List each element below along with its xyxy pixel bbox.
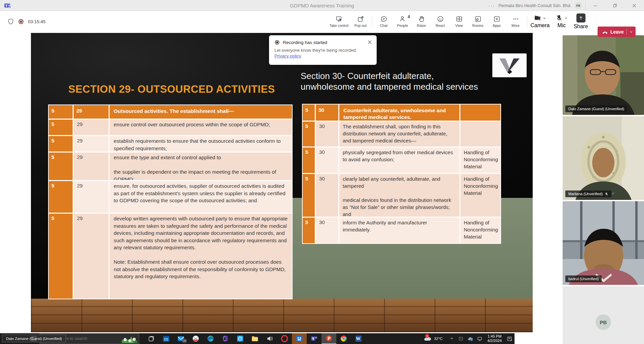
notification-title: Recording has started xyxy=(283,40,327,45)
slide-section29-title: SECTION 29- OUTSOURCED ACTIVITIES xyxy=(68,83,275,95)
meeting-toolbar: 03:15:45 Take control Pop out Chat 4 Peo… xyxy=(0,11,644,32)
taskbar-icon-opera[interactable] xyxy=(277,333,292,344)
more-button[interactable]: More xyxy=(506,11,525,32)
word-icon xyxy=(355,335,362,342)
action-center-icon[interactable] xyxy=(505,333,515,344)
taskbar-icon-chrome[interactable] xyxy=(336,333,351,344)
table-header-cell: 5 xyxy=(303,104,315,121)
taskbar-icon-office[interactable] xyxy=(218,333,233,344)
people-button[interactable]: 4 People xyxy=(393,11,412,32)
table-cell: 5 xyxy=(49,153,73,180)
participant-name-label: badrul (Unverified) xyxy=(565,275,602,282)
take-control-button[interactable]: Take control xyxy=(327,11,351,32)
sticker-scissors-icon xyxy=(192,335,199,342)
participant-tile-dato-zamane[interactable]: Dato Zamane (Guest) (Unverified) xyxy=(563,35,644,115)
table-header-cell xyxy=(460,104,500,121)
slide-wood-floor xyxy=(31,299,533,332)
weather-tray-icon[interactable]: 1 xyxy=(422,333,434,344)
view-grid-icon xyxy=(456,15,463,23)
tray-onedrive-icon[interactable]: i xyxy=(465,333,475,344)
table-cell: establish requirements to ensure that th… xyxy=(110,136,292,152)
taskbar-icon-meeting-app-active[interactable] xyxy=(292,333,307,344)
edge-browser-icon xyxy=(207,335,214,342)
v-logo-icon xyxy=(497,57,522,74)
recording-indicator-icon xyxy=(18,19,24,25)
table-header-cell: 30 xyxy=(316,104,338,121)
share-button[interactable]: Share xyxy=(572,11,589,32)
taskbar-icon-powerpoint-active[interactable] xyxy=(321,333,336,344)
camera-button[interactable]: Camera xyxy=(529,11,551,32)
taskbar-icon-bluestacks[interactable] xyxy=(233,333,248,344)
close-button[interactable] xyxy=(624,0,644,11)
mail-count-badge: 30 xyxy=(182,339,187,343)
table-cell: 30 xyxy=(316,147,338,173)
table-cell: Handling of Nonconforming Material xyxy=(460,174,500,217)
taskbar-icon-word[interactable] xyxy=(351,333,366,344)
taskbar-icon-audio[interactable] xyxy=(262,333,277,344)
temperature-label[interactable]: 32°C xyxy=(434,337,447,341)
calendar-icon xyxy=(162,335,170,342)
participant-video xyxy=(563,116,644,200)
apps-button[interactable]: Apps xyxy=(487,11,506,32)
account-avatar[interactable]: PB xyxy=(575,2,582,9)
participant-tile-pb[interactable]: PB xyxy=(563,286,644,344)
view-button[interactable]: View xyxy=(450,11,468,32)
table-cell: 5 xyxy=(303,218,315,243)
camera-dropdown-chevron-icon[interactable] xyxy=(542,16,546,20)
table-cell: 5 xyxy=(303,174,315,217)
table-cell xyxy=(460,122,500,146)
table-cell: 29 xyxy=(74,153,109,180)
rooms-button[interactable]: Rooms xyxy=(468,11,487,32)
table-cell: 29 xyxy=(74,136,109,152)
notification-close-button[interactable] xyxy=(367,39,373,45)
table-cell: ensure control over outsourced process w… xyxy=(110,120,292,135)
mic-muted-icon xyxy=(605,192,608,196)
restore-button[interactable] xyxy=(605,0,624,11)
privacy-policy-link[interactable]: Privacy policy xyxy=(274,53,301,58)
teams-app-icon xyxy=(310,335,318,342)
taskbar-icon-calendar[interactable] xyxy=(159,333,174,344)
react-button[interactable]: React xyxy=(431,11,450,32)
leave-button[interactable]: Leave xyxy=(598,27,636,37)
table-cell: ensure, for outsourced activities, suppl… xyxy=(110,181,292,213)
titlebar-overflow-menu[interactable]: ··· xyxy=(485,3,498,8)
participant-video xyxy=(563,201,644,285)
table-cell: 30 xyxy=(316,174,338,217)
participant-tile-badrul[interactable]: badrul (Unverified) xyxy=(563,201,644,285)
toolbar-divider xyxy=(372,16,372,27)
raise-hand-button[interactable]: Raise xyxy=(412,11,431,32)
minimize-button[interactable] xyxy=(585,0,605,11)
mic-button[interactable]: Mic xyxy=(551,11,572,32)
table-cell: 5 xyxy=(303,122,315,146)
tray-expand-chevron-icon[interactable] xyxy=(447,337,456,341)
clock-time: 1:45 PM xyxy=(487,334,502,339)
tray-app-window-icon[interactable] xyxy=(456,333,465,344)
table-cell: 30 xyxy=(316,122,338,146)
leave-dropdown-chevron-icon[interactable] xyxy=(627,30,636,34)
share-arrow-icon xyxy=(578,15,583,20)
react-smiley-icon xyxy=(437,15,444,23)
taskbar-icon-edge[interactable] xyxy=(203,333,218,344)
chat-button[interactable]: Chat xyxy=(374,11,393,32)
opera-browser-icon xyxy=(281,335,288,342)
mic-dropdown-chevron-icon[interactable] xyxy=(564,16,568,20)
take-control-icon xyxy=(336,15,343,23)
tray-display-icon[interactable] xyxy=(475,333,484,344)
taskbar-icon-teams[interactable] xyxy=(307,333,321,344)
table-cell: 30 xyxy=(316,218,338,243)
participant-initials-avatar: PB xyxy=(596,314,611,330)
shared-screen-stage: SECTION 29- OUTSOURCED ACTIVITIES Sectio… xyxy=(31,33,533,332)
section30-table: 5 30 Counterfeit adulterate, unwholesome… xyxy=(302,104,501,244)
taskbar-icon-file-explorer[interactable] xyxy=(248,333,262,344)
pop-out-button[interactable]: Pop out xyxy=(351,11,370,32)
taskbar-clock[interactable]: 1:45 PM 4/2/2024 xyxy=(484,334,505,343)
clock-date: 4/2/2024 xyxy=(487,339,502,343)
apps-plus-icon xyxy=(493,15,500,23)
taskbar-icon-task-view[interactable] xyxy=(144,333,159,344)
taskbar-icon-sticker[interactable] xyxy=(188,333,203,344)
window-titlebar: GDPMD Awareness Training ··· Permata Bir… xyxy=(0,0,644,11)
participant-name-label: Dato Zamane (Guest) (Unverified) xyxy=(565,105,627,112)
table-cell: Handling of Nonconforming Material xyxy=(460,147,500,173)
participant-tile-marliana[interactable]: Marliana (Unverified) xyxy=(563,116,644,200)
taskbar-icon-mail[interactable]: 30 xyxy=(174,333,188,344)
